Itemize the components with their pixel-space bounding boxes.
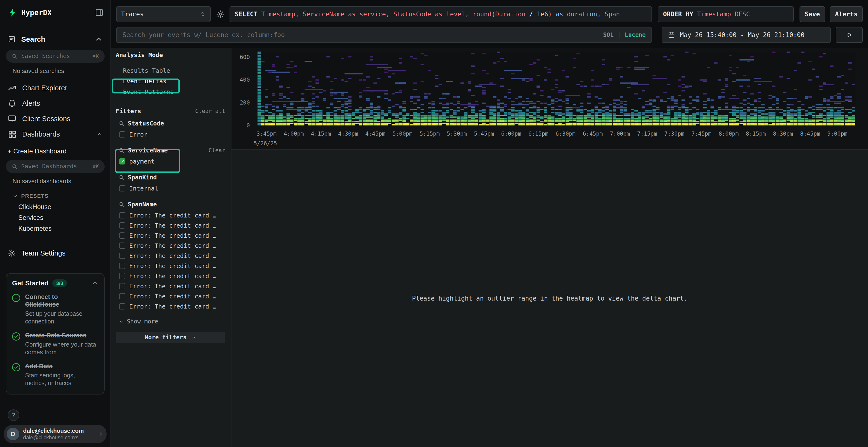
sidebar-section-search[interactable]: Search — [0, 31, 111, 48]
checkbox[interactable] — [119, 263, 125, 269]
filter-group-header: StatusCode — [116, 119, 226, 129]
checkbox[interactable] — [119, 253, 125, 259]
source-select-value: Traces — [121, 10, 144, 18]
create-dashboard-button[interactable]: + Create Dashboard — [0, 142, 111, 158]
no-saved-searches-text: No saved searches — [0, 63, 111, 77]
duration-heatmap[interactable] — [257, 51, 856, 126]
filter-option-payment[interactable]: payment — [116, 156, 226, 166]
filter-option-error-the-credit-card[interactable]: Error: The credit card … — [116, 271, 226, 281]
checkbox[interactable] — [119, 185, 125, 192]
filter-group-servicename: ServiceNameClearpayment — [116, 146, 226, 166]
date-range-picker[interactable]: May 26 15:40:00 - May 26 21:10:00 — [661, 27, 831, 43]
filter-option-label: Error: The credit card … — [129, 263, 216, 270]
filter-option-internal[interactable]: Internal — [116, 183, 226, 194]
checkbox[interactable] — [119, 212, 125, 218]
filter-option-label: Internal — [129, 185, 158, 192]
get-started-header[interactable]: Get Started 3/3 — [12, 279, 98, 287]
saved-dashboards-placeholder: Saved Dashboards — [21, 163, 89, 170]
analysis-mode-event-patterns[interactable]: Event Patterns — [117, 87, 226, 97]
checkbox[interactable] — [119, 303, 125, 309]
filter-option-error-the-credit-card[interactable]: Error: The credit card … — [116, 251, 226, 261]
checkbox[interactable] — [119, 222, 125, 229]
sidebar-collapse-icon[interactable] — [95, 8, 104, 17]
checkbox[interactable] — [119, 232, 125, 239]
source-select[interactable]: Traces — [116, 6, 211, 22]
filter-group-spankind: SpanKindInternal — [116, 173, 226, 194]
saved-searches-placeholder: Saved Searches — [21, 53, 89, 60]
filter-option-error-the-credit-card[interactable]: Error: The credit card … — [116, 261, 226, 271]
filter-option-error-the-credit-card[interactable]: Error: The credit card … — [116, 220, 226, 231]
checkbox[interactable] — [119, 283, 125, 289]
checkbox[interactable] — [119, 293, 125, 299]
chart-area: 5/26/25 60040020003:45pm4:00pm4:15pm4:30… — [231, 48, 868, 447]
get-started-item-create-data-sources[interactable]: Create Data SourcesConfigure where your … — [12, 332, 98, 356]
filter-group-spanname: SpanNameError: The credit card …Error: T… — [116, 200, 226, 311]
order-by-keyword: ORDER BY — [663, 10, 697, 18]
sidebar-preset-services[interactable]: Services — [0, 212, 111, 223]
order-by-value: Timestamp DESC — [697, 10, 750, 18]
filter-option-error-the-credit-card[interactable]: Error: The credit card … — [116, 231, 226, 241]
x-axis-label: 6:15pm — [528, 131, 548, 137]
saved-searches-input[interactable]: Saved Searches ⌘K — [6, 49, 105, 63]
analysis-mode-list: Results TableEvent DeltasEvent Patterns — [117, 65, 226, 97]
show-more-link[interactable]: Show more — [119, 318, 226, 325]
get-started-card: Get Started 3/3 Connect to ClickHouseSet… — [6, 273, 105, 394]
mode-toggle-sql[interactable]: SQL — [603, 32, 613, 38]
filter-option-error-the-credit-card[interactable]: Error: The credit card … — [116, 301, 226, 311]
x-axis-label: 6:00pm — [501, 131, 521, 137]
checkbox[interactable] — [119, 243, 125, 249]
mode-toggle-lucene[interactable]: Lucene — [625, 32, 646, 38]
analysis-mode-event-deltas[interactable]: Event Deltas — [117, 76, 226, 87]
more-filters-button[interactable]: More filters — [116, 332, 225, 343]
filter-option-error-the-credit-card[interactable]: Error: The credit card … — [116, 241, 226, 251]
alerts-button[interactable]: Alerts — [830, 6, 863, 22]
checkbox[interactable] — [119, 131, 125, 138]
search-input[interactable]: Search your events w/ Lucene ex. column:… — [116, 27, 652, 43]
sidebar-preset-kubernetes[interactable]: Kubernetes — [0, 223, 111, 234]
filter-option-label: Error: The credit card … — [129, 273, 216, 280]
source-settings-gear-icon[interactable] — [216, 10, 225, 19]
run-query-button[interactable] — [836, 27, 863, 43]
sidebar-item-dashboards[interactable]: Dashboards — [0, 127, 111, 142]
clear-all-filters-link[interactable]: Clear all — [195, 108, 225, 114]
save-button[interactable]: Save — [800, 6, 825, 22]
filter-option-error[interactable]: Error — [116, 129, 226, 139]
saved-dashboards-input[interactable]: Saved Dashboards ⌘K — [6, 160, 105, 173]
checkbox[interactable] — [119, 273, 125, 279]
sidebar-item-chart-explorer[interactable]: Chart Explorer — [0, 80, 111, 96]
filter-group-name: SpanKind — [128, 174, 225, 181]
get-started-item-connect-to-clickhouse[interactable]: Connect to ClickHouseSet up your databas… — [12, 293, 98, 325]
x-axis-label: 7:15pm — [637, 131, 657, 137]
x-axis-label: 7:30pm — [664, 131, 684, 137]
user-team: dale@clickhouse.com's — [23, 435, 94, 441]
filter-option-error-the-credit-card[interactable]: Error: The credit card … — [116, 291, 226, 301]
filter-option-error-the-credit-card[interactable]: Error: The credit card … — [116, 281, 226, 291]
sidebar-item-alerts[interactable]: Alerts — [0, 96, 111, 111]
help-button[interactable]: ? — [8, 409, 19, 421]
get-started-item-title: Add Data — [25, 362, 92, 370]
play-icon — [845, 31, 853, 38]
order-by-editor[interactable]: ORDER BY Timestamp DESC — [658, 6, 794, 22]
sql-token: SELECT — [235, 10, 261, 18]
clear-filter-link[interactable]: Clear — [209, 147, 225, 153]
filter-option-error-the-credit-card[interactable]: Error: The credit card … — [116, 210, 226, 220]
filter-group-header: SpanName — [116, 200, 226, 210]
get-started-item-add-data[interactable]: Add DataStart sending logs, metrics, or … — [12, 362, 98, 387]
user-menu[interactable]: D dale@clickhouse.com dale@clickhouse.co… — [4, 425, 106, 443]
filter-group-header: SpanKind — [116, 173, 226, 183]
search-placeholder: Search your events w/ Lucene ex. column:… — [123, 31, 599, 38]
checkbox[interactable] — [119, 158, 125, 165]
sql-token: ) — [548, 10, 556, 18]
x-axis-label: 4:45pm — [365, 131, 385, 137]
filter-option-label: Error: The credit card … — [129, 232, 216, 239]
sidebar-item-label: Client Sessions — [22, 115, 70, 123]
sidebar-item-client-sessions[interactable]: Client Sessions — [0, 111, 111, 127]
filter-option-label: Error — [129, 131, 147, 138]
chevron-right-icon — [98, 431, 104, 437]
sidebar-preset-clickhouse[interactable]: ClickHouse — [0, 202, 111, 212]
sidebar-item-team-settings[interactable]: Team Settings — [0, 245, 111, 262]
sql-select-editor[interactable]: SELECT Timestamp, ServiceName as service… — [229, 6, 652, 22]
presets-toggle[interactable]: PRESETS — [0, 187, 111, 202]
x-axis-label: 4:15pm — [311, 131, 331, 137]
analysis-mode-results-table[interactable]: Results Table — [117, 65, 226, 76]
